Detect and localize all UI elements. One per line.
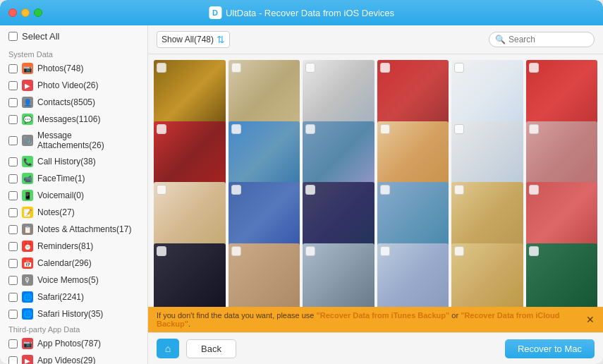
icon-msg-att: 📎 [22,135,33,146]
photo-checkbox-3[interactable] [305,63,315,73]
checkbox-call-history[interactable] [8,157,18,166]
photo-thumb-21[interactable] [303,243,374,308]
minimize-button[interactable] [21,8,30,17]
checkbox-contacts[interactable] [8,98,18,107]
sidebar-item-app-photos[interactable]: 📷 App Photos(787) [0,335,147,352]
icon-contacts: 👤 [22,97,33,108]
checkbox-safari[interactable] [8,293,18,302]
photo-checkbox-20[interactable] [231,246,241,256]
checkbox-app-videos[interactable] [8,356,18,365]
search-icon: 🔍 [495,35,506,44]
photo-checkbox-24[interactable] [529,246,539,256]
sidebar-item-msg-att[interactable]: 📎 Message Attachements(26) [0,128,147,153]
checkbox-voice-memos[interactable] [8,276,18,285]
sidebar-item-app-videos[interactable]: ▶ App Videos(29) [0,352,147,364]
sidebar-item-reminders[interactable]: ⏰ Reminders(81) [0,238,147,255]
close-button[interactable] [8,8,17,17]
photo-checkbox-12[interactable] [529,124,539,134]
third-party-section: Third-party App Data [0,322,147,335]
label-app-videos: App Videos(29) [37,356,96,364]
label-voice-memos: Voice Memos(5) [37,275,99,285]
icon-app-photos: 📷 [22,338,33,349]
checkbox-notes-att[interactable] [8,225,18,234]
photo-checkbox-13[interactable] [157,185,166,195]
checkbox-app-photos[interactable] [8,339,18,348]
photo-checkbox-19[interactable] [157,246,166,256]
sidebar-item-contacts[interactable]: 👤 Contacts(8505) [0,94,147,111]
checkbox-msg-att[interactable] [8,136,18,145]
recover-button[interactable]: Recover to Mac [505,339,595,358]
banner-text: If you don't find the data you want, ple… [157,311,586,328]
photo-checkbox-14[interactable] [231,185,241,195]
label-notes-att: Notes & Attachments(17) [37,224,131,234]
checkbox-voicemail[interactable] [8,191,18,200]
label-photo-video: Photo Video(26) [37,80,99,90]
sidebar-item-voice-memos[interactable]: 🎙 Voice Memos(5) [0,272,147,289]
photo-checkbox-4[interactable] [380,63,390,73]
home-button[interactable]: ⌂ [157,339,179,358]
filter-label: Show All(748) [162,35,214,44]
checkbox-messages[interactable] [8,115,18,124]
search-input[interactable] [508,35,588,44]
icon-voice-memos: 🎙 [22,274,33,286]
sidebar-item-voicemail[interactable]: 📱 Voicemail(0) [0,187,147,204]
photo-checkbox-7[interactable] [157,124,166,134]
photo-thumb-22[interactable] [377,243,449,308]
checkbox-facetime[interactable] [8,174,18,183]
sidebar-item-safari[interactable]: 🌐 Safari(2241) [0,289,147,305]
sidebar-item-messages[interactable]: 💬 Messages(1106) [0,111,147,128]
sidebar-item-photos[interactable]: 📷 Photos(748) [0,60,147,77]
toolbar: Show All(748) ⇅ 🔍 [148,25,603,54]
sidebar-item-photo-video[interactable]: ▶ Photo Video(26) [0,77,147,94]
photo-checkbox-11[interactable] [454,124,464,134]
label-facetime: FaceTime(1) [37,174,85,183]
select-all-row[interactable]: Select All [0,25,147,47]
checkbox-calendar[interactable] [8,259,18,268]
checkbox-notes[interactable] [8,208,18,217]
photo-checkbox-10[interactable] [380,124,390,134]
label-msg-att: Message Attachements(26) [37,131,139,150]
sidebar-item-call-history[interactable]: 📞 Call History(38) [0,153,147,170]
photo-checkbox-18[interactable] [529,185,539,195]
checkbox-safari-history[interactable] [8,310,18,319]
banner-link-itunes[interactable]: "Recover Data from iTunes Backup" [317,311,450,320]
photo-checkbox-23[interactable] [454,246,464,256]
checkbox-photos[interactable] [8,64,18,73]
photo-thumb-19[interactable] [154,243,226,308]
photo-checkbox-6[interactable] [529,63,539,73]
maximize-button[interactable] [34,8,42,17]
sidebar-item-notes-att[interactable]: 📋 Notes & Attachments(17) [0,221,147,238]
photo-grid [148,54,603,307]
photo-thumb-24[interactable] [526,243,598,308]
photo-checkbox-22[interactable] [380,246,390,256]
photo-checkbox-1[interactable] [157,63,166,73]
label-safari-history: Safari History(35) [37,309,103,319]
back-button[interactable]: Back [186,339,236,358]
icon-notes-att: 📋 [22,224,33,235]
sidebar-item-notes[interactable]: 📝 Notes(27) [0,204,147,221]
label-calendar: Calendar(296) [37,258,92,268]
photo-checkbox-16[interactable] [380,185,390,195]
photo-checkbox-5[interactable] [454,63,464,73]
sidebar-item-safari-history[interactable]: 🌐 Safari History(35) [0,305,147,322]
sidebar-item-calendar[interactable]: 📅 Calendar(296) [0,255,147,272]
banner-close-icon[interactable]: ✕ [586,314,595,325]
checkbox-reminders[interactable] [8,242,18,251]
label-voicemail: Voicemail(0) [37,190,84,200]
photo-thumb-23[interactable] [451,243,523,308]
photo-checkbox-2[interactable] [231,63,241,73]
photo-checkbox-17[interactable] [454,185,464,195]
filter-dropdown[interactable]: Show All(748) ⇅ [157,31,230,48]
sidebar: Select All System Data 📷 Photos(748) ▶ P… [0,25,148,364]
photo-checkbox-9[interactable] [305,124,315,134]
photo-checkbox-21[interactable] [305,246,315,256]
label-app-photos: App Photos(787) [37,339,101,348]
photo-checkbox-8[interactable] [231,124,241,134]
select-all-checkbox[interactable] [8,32,18,41]
checkbox-photo-video[interactable] [8,81,18,90]
footer: ⌂ Back Recover to Mac [148,332,603,364]
photo-thumb-20[interactable] [229,243,300,308]
sidebar-item-facetime[interactable]: 📹 FaceTime(1) [0,170,147,187]
photo-checkbox-15[interactable] [305,185,315,195]
titlebar: D UltData - Recover Data from iOS Device… [0,0,603,25]
